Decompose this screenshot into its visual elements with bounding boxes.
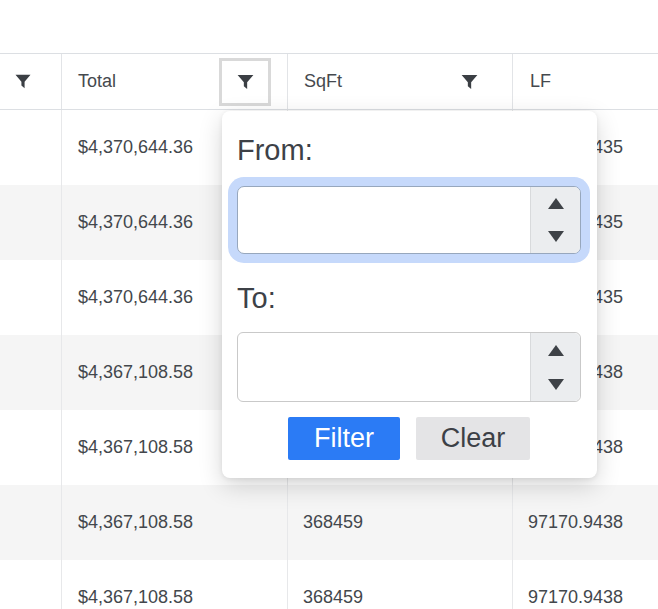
sqft-filter-button[interactable] — [459, 71, 480, 93]
lf-cell: 97170.9438 — [513, 485, 658, 560]
from-spinner — [530, 187, 580, 253]
popup-button-row: Filter Clear — [237, 417, 581, 460]
arrow-down-icon — [548, 231, 564, 242]
table-row[interactable]: $4,367,108.58 368459 97170.9438 — [0, 560, 658, 609]
total-cell: $4,367,108.58 — [62, 485, 288, 560]
spin-down-button[interactable] — [531, 220, 580, 253]
to-spinner — [530, 333, 580, 401]
spin-down-button[interactable] — [531, 367, 580, 401]
from-label: From: — [237, 133, 581, 167]
column-label-sqft: SqFt — [304, 71, 342, 92]
total-cell: $4,367,108.58 — [62, 560, 288, 609]
lf-cell: 97170.9438 — [513, 560, 658, 609]
column-label-total: Total — [78, 71, 116, 92]
sqft-cell: 368459 — [288, 485, 513, 560]
column-label-lf: LF — [530, 71, 551, 92]
grid-screen: Total SqFt LF $4,370,644.36 368459 97170… — [0, 0, 658, 609]
arrow-down-icon — [548, 379, 564, 390]
to-input[interactable] — [238, 333, 530, 401]
row-filter-cell — [0, 410, 62, 485]
to-label: To: — [237, 281, 581, 315]
from-input[interactable] — [238, 187, 530, 253]
clear-button[interactable]: Clear — [416, 417, 530, 460]
number-filter-popup: From: To: Filter Clear — [222, 111, 597, 478]
total-filter-button-active[interactable] — [219, 58, 271, 106]
header-cell-lf: LF — [513, 54, 658, 109]
spin-up-button[interactable] — [531, 187, 580, 220]
filter-funnel-icon[interactable] — [13, 71, 33, 92]
from-number-input-group — [237, 186, 581, 254]
spin-up-button[interactable] — [531, 333, 580, 367]
table-row[interactable]: $4,367,108.58 368459 97170.9438 — [0, 485, 658, 560]
row-filter-cell — [0, 185, 62, 260]
row-filter-cell — [0, 260, 62, 335]
arrow-up-icon — [548, 345, 564, 356]
row-filter-cell — [0, 485, 62, 560]
arrow-up-icon — [548, 198, 564, 209]
row-filter-cell — [0, 110, 62, 185]
filter-button[interactable]: Filter — [288, 417, 400, 460]
header-cell-row-filter — [0, 54, 62, 109]
header-cell-total: Total — [62, 54, 288, 109]
to-number-input-group — [237, 332, 581, 402]
grid-header-row: Total SqFt LF — [0, 53, 658, 110]
header-cell-sqft: SqFt — [288, 54, 513, 109]
row-filter-cell — [0, 560, 62, 609]
sqft-cell: 368459 — [288, 560, 513, 609]
row-filter-cell — [0, 335, 62, 410]
